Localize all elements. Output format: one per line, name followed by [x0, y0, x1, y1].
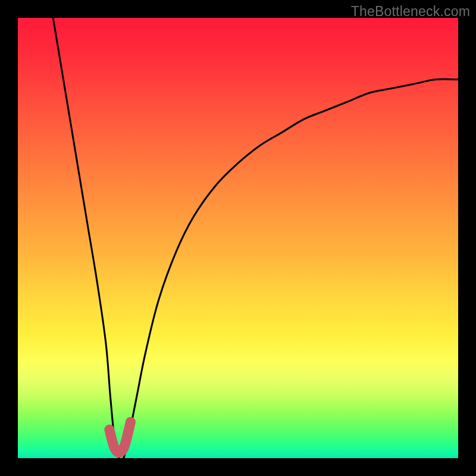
watermark-text: TheBottleneck.com — [351, 4, 470, 20]
plot-area — [18, 18, 458, 458]
bottleneck-curve — [53, 18, 458, 458]
optimal-marker — [109, 422, 131, 452]
chart-svg — [18, 18, 458, 458]
chart-frame: TheBottleneck.com — [0, 0, 476, 476]
